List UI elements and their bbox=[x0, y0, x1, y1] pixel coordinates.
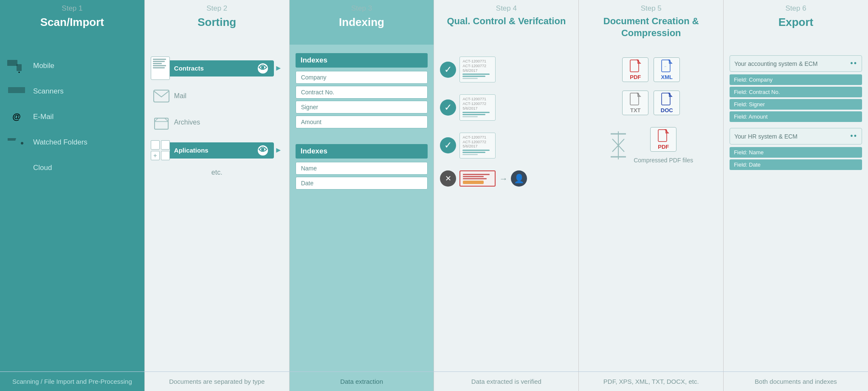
txt-file-icon bbox=[629, 92, 641, 106]
step5-header: Step 5 Document Creation & Compression bbox=[579, 0, 724, 45]
step6-num: Step 6 bbox=[785, 0, 806, 14]
index-field-amount: Amount bbox=[296, 116, 428, 128]
txt-label: TXT bbox=[630, 107, 641, 113]
person-icon: 👤 bbox=[511, 170, 527, 187]
svg-text:@: @ bbox=[12, 112, 21, 121]
mail-row: Mail bbox=[151, 88, 283, 104]
contracts-doc-thumb bbox=[151, 57, 170, 80]
applications-row: + Aplications 👁 ► bbox=[151, 140, 283, 160]
cloud-icon bbox=[6, 159, 27, 176]
workflow-diagram: Step 1 Scan/Import Step 2 Sorting Step 3… bbox=[0, 0, 868, 391]
svg-point-4 bbox=[19, 72, 20, 73]
step2-header: Step 2 Sorting bbox=[145, 0, 290, 45]
compress-icon bbox=[609, 130, 628, 160]
scan-scanners-item: Scanners bbox=[6, 83, 64, 100]
footer-row: Scanning / File Import and Pre-Processin… bbox=[0, 371, 868, 391]
export-system-1: Your accounting system & ECM •• bbox=[730, 55, 862, 72]
footer-sort: Documents are separated by type bbox=[145, 372, 290, 391]
contracts-index-block: Indexes Company Contract No. Signer Amou… bbox=[296, 53, 428, 130]
export-group: Your accounting system & ECM •• Field: C… bbox=[730, 55, 862, 172]
compressed-pdf-section: PDF Compressed PDF files bbox=[634, 127, 693, 164]
xml-label: XML bbox=[661, 74, 672, 80]
contracts-index-header: Indexes bbox=[296, 53, 428, 68]
index-field-date: Date bbox=[296, 177, 428, 190]
export-field-amount: Field: Amount bbox=[730, 111, 862, 122]
step1-title: Scan/Import bbox=[35, 14, 109, 35]
applications-doc-thumb: + bbox=[151, 140, 170, 160]
applications-label: Aplications bbox=[174, 147, 209, 154]
step3-num: Step 3 bbox=[351, 0, 372, 14]
compressed-pdf-label: PDF bbox=[658, 144, 669, 150]
mail-icon bbox=[153, 88, 170, 104]
applications-index-label: Indexes bbox=[301, 147, 327, 156]
qc-monitor bbox=[459, 170, 496, 187]
export-field-contract-no: Field: Contract No. bbox=[730, 87, 862, 97]
check-icon-1: ✓ bbox=[440, 62, 456, 78]
archives-icon bbox=[153, 114, 170, 131]
xml-icon-box: ← XML bbox=[654, 57, 680, 82]
qc-row-1: ✓ ACT-1200771ACT-12007725/6/2017 bbox=[440, 57, 572, 82]
sort-column: Contracts 👁 ► Mail Ar bbox=[145, 45, 290, 371]
svg-rect-20 bbox=[630, 93, 639, 105]
svg-rect-3 bbox=[17, 64, 22, 71]
main-content: Mobile Scanners bbox=[0, 45, 868, 371]
step5-num: Step 5 bbox=[641, 0, 662, 14]
scan-mobile-item: Mobile bbox=[6, 57, 54, 74]
reject-arrow: → bbox=[499, 174, 507, 184]
doc-types-bottom: TXT DOC bbox=[622, 91, 680, 115]
svg-rect-14 bbox=[154, 90, 169, 102]
footer-scan: Scanning / File Import and Pre-Processin… bbox=[0, 372, 145, 391]
archives-label: Archives bbox=[174, 119, 200, 126]
svg-rect-25 bbox=[658, 130, 667, 142]
footer-qc: Data extracted is verified bbox=[434, 372, 579, 391]
txt-icon-box: TXT bbox=[622, 91, 648, 115]
doc-types-top: PDF ← XML bbox=[622, 57, 680, 82]
scan-cloud-item: Cloud bbox=[6, 159, 52, 176]
pdf-file-icon bbox=[629, 59, 641, 73]
applications-index-block: Indexes Name Date bbox=[296, 144, 428, 192]
footer-doc: PDF, XPS, XML, TXT, DOCX, etc. bbox=[579, 372, 724, 391]
index-column: Indexes Company Contract No. Signer Amou… bbox=[290, 45, 434, 371]
step2-num: Step 2 bbox=[206, 0, 227, 14]
email-icon: @ bbox=[6, 108, 27, 125]
watched-folders-label: Watched Folders bbox=[33, 138, 87, 147]
export-field-signer: Field: Signer bbox=[730, 99, 862, 110]
step2-title: Sorting bbox=[192, 14, 241, 35]
contracts-tag: Contracts 👁 bbox=[170, 60, 274, 76]
applications-tag: Aplications 👁 bbox=[170, 142, 274, 159]
eye-icon-applications: 👁 bbox=[258, 145, 268, 156]
xml-file-icon: ← bbox=[661, 59, 673, 73]
step4-header: Step 4 Qual. Control & Verifcation bbox=[434, 0, 579, 45]
doc-icon-box: DOC bbox=[654, 91, 680, 115]
applications-arrow: ► bbox=[275, 146, 282, 155]
doc-column: PDF ← XML TXT bbox=[579, 45, 724, 371]
qc-doc-1: ACT-1200771ACT-12007725/6/2017 bbox=[459, 57, 496, 82]
scan-column: Mobile Scanners bbox=[0, 45, 145, 371]
scanners-label: Scanners bbox=[33, 87, 64, 96]
footer-index: Data extraction bbox=[290, 372, 434, 391]
step1-num: Step 1 bbox=[62, 0, 82, 14]
footer-export: Both documents and indexes bbox=[724, 372, 868, 391]
email-label: E-Mail bbox=[33, 113, 54, 121]
svg-rect-8 bbox=[12, 95, 21, 99]
etc-row: etc. bbox=[151, 169, 283, 176]
qc-row-reject: ✕ → 👤 bbox=[440, 170, 572, 187]
svg-rect-1 bbox=[7, 60, 17, 66]
header-row: Step 1 Scan/Import Step 2 Sorting Step 3… bbox=[0, 0, 868, 45]
step3-title: Indexing bbox=[334, 14, 389, 35]
step1-header: Step 1 Scan/Import bbox=[0, 0, 145, 45]
cloud-label: Cloud bbox=[33, 164, 52, 172]
export-system2-label: Your HR system & ECM bbox=[734, 133, 798, 140]
export-dots-1: •• bbox=[850, 59, 857, 68]
index-field-name: Name bbox=[296, 162, 428, 175]
svg-rect-17 bbox=[630, 60, 639, 72]
x-icon: ✕ bbox=[440, 170, 456, 187]
compressed-pdf-box: PDF bbox=[650, 127, 676, 152]
check-icon-3: ✓ bbox=[440, 137, 456, 153]
qc-doc-3: ACT-1200771ACT-12007725/6/2017 bbox=[459, 133, 496, 159]
watched-folders-icon bbox=[6, 134, 27, 151]
contracts-arrow: ► bbox=[275, 64, 282, 73]
mail-label: Mail bbox=[174, 92, 186, 100]
svg-rect-21 bbox=[662, 93, 670, 105]
svg-point-13 bbox=[21, 142, 23, 144]
